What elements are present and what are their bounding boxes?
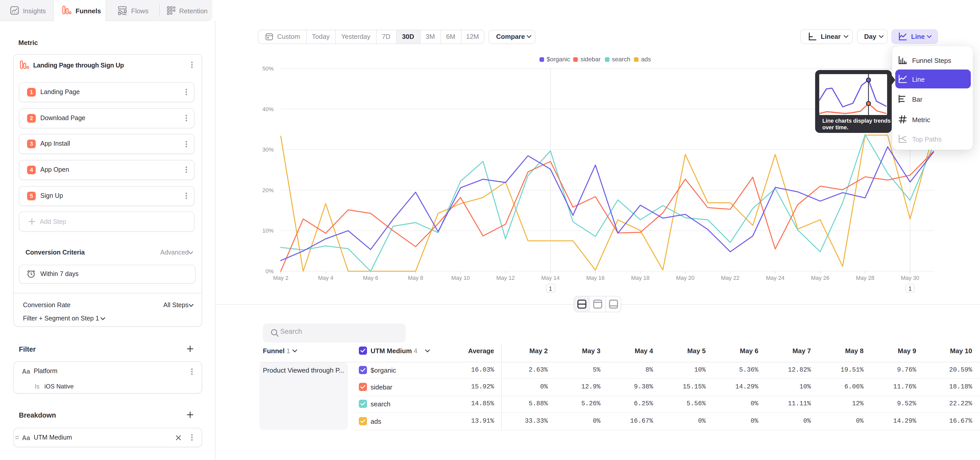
svg-text:May 26: May 26 — [811, 275, 829, 281]
svg-text:May 16: May 16 — [586, 275, 605, 281]
svg-text:May 14: May 14 — [541, 275, 560, 281]
svg-text:May 20: May 20 — [676, 275, 694, 281]
svg-text:0%: 0% — [266, 268, 274, 275]
svg-text:May 8: May 8 — [408, 275, 423, 281]
svg-text:May 4: May 4 — [318, 275, 333, 281]
svg-text:May 10: May 10 — [452, 275, 470, 281]
svg-text:50%: 50% — [262, 65, 274, 72]
svg-text:May 22: May 22 — [721, 275, 739, 281]
svg-text:40%: 40% — [262, 106, 274, 112]
svg-text:20%: 20% — [262, 187, 274, 193]
svg-text:May 12: May 12 — [496, 275, 515, 281]
svg-text:10%: 10% — [262, 227, 274, 234]
svg-text:May 24: May 24 — [766, 275, 784, 281]
svg-text:May 2: May 2 — [273, 275, 288, 281]
svg-text:30%: 30% — [262, 147, 274, 153]
svg-text:May 30: May 30 — [901, 275, 919, 281]
svg-text:May 28: May 28 — [856, 275, 874, 281]
svg-text:May 18: May 18 — [631, 275, 649, 281]
svg-text:May 6: May 6 — [363, 275, 378, 281]
